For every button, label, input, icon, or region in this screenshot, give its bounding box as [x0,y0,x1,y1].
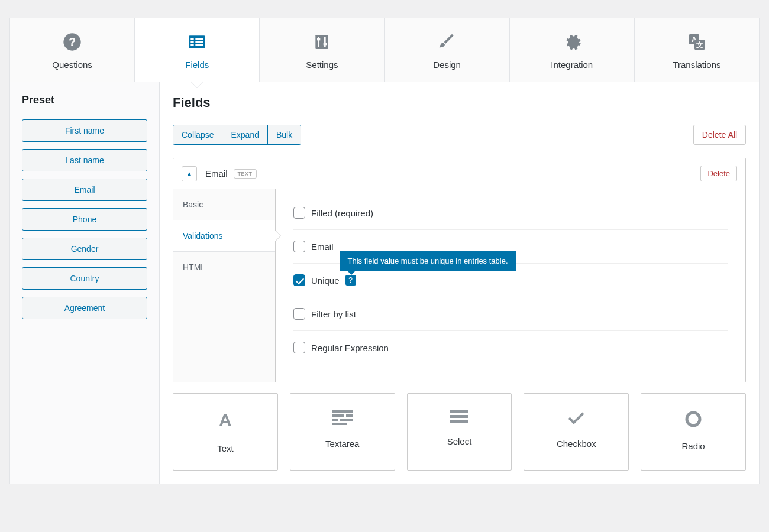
type-textarea[interactable]: Textarea [290,393,395,471]
side-tab-basic[interactable]: Basic [173,189,275,220]
checkbox-label: Unique [311,275,340,286]
brush-icon [438,33,457,51]
side-tab-validations[interactable]: Validations [173,220,275,252]
help-wrapper: ? This field value must be unique in ent… [345,275,356,286]
svg-rect-8 [196,44,203,46]
svg-text:文: 文 [696,41,703,49]
radio-type-icon [684,410,702,428]
svg-rect-20 [346,414,353,417]
validation-unique-row: Unique ? This field value must be unique… [293,264,728,297]
help-icon[interactable]: ? [345,275,356,286]
svg-point-27 [687,413,700,426]
sliders-icon [312,33,331,51]
svg-rect-23 [332,423,347,425]
svg-rect-5 [191,41,194,43]
svg-rect-22 [340,419,353,421]
svg-rect-9 [316,35,328,49]
tab-label: Design [433,60,461,70]
preset-title: Preset [22,94,147,106]
svg-rect-18 [332,410,353,413]
checkbox-label: Email [311,242,334,252]
panel-body: Preset First name Last name Email Phone … [10,82,759,484]
checkbox-unique[interactable] [293,274,305,286]
preset-last-name[interactable]: Last name [22,149,147,171]
gear-icon [563,33,581,51]
preset-first-name[interactable]: First name [22,119,147,142]
svg-rect-19 [332,414,344,417]
field-card-email: ▲ Email TEXT Delete Basic Validations HT… [173,158,746,382]
tab-questions[interactable]: ? Questions [10,18,135,82]
tab-label: Integration [551,60,593,70]
tab-label: Settings [306,60,338,70]
tooltip: This field value must be unique in entri… [340,251,516,271]
tab-settings[interactable]: Settings [260,18,384,82]
field-header: ▲ Email TEXT Delete [173,158,745,189]
tab-label: Fields [185,60,209,70]
collapse-button[interactable]: Collapse [173,125,222,144]
checkbox-label: Regular Expression [311,343,389,353]
validation-filter-row: Filter by list [293,297,728,331]
checkbox-filter[interactable] [293,308,305,320]
preset-agreement[interactable]: Agreement [22,297,147,319]
tab-design[interactable]: Design [385,18,510,82]
type-text[interactable]: A Text [173,393,278,471]
page-title: Fields [173,95,746,111]
type-radio[interactable]: Radio [641,393,746,471]
field-name: Email [205,168,228,179]
tab-translations[interactable]: A文 Translations [635,18,759,82]
tab-integration[interactable]: Integration [510,18,635,82]
validation-filled-row: Filled (required) [293,196,728,230]
tab-label: Translations [673,60,720,70]
text-type-icon: A [173,410,277,430]
main-panel: ? Questions Fields Settings Design Integ… [9,18,760,484]
toolbar: Collapse Expand Bulk Delete All [173,125,746,145]
view-button-group: Collapse Expand Bulk [173,125,301,145]
tab-label: Questions [52,60,92,70]
grid-icon [188,33,206,51]
field-type-badge: TEXT [234,169,257,179]
svg-rect-13 [324,43,327,45]
tab-fields[interactable]: Fields [135,18,260,82]
type-label: Checkbox [557,439,596,449]
svg-rect-25 [450,415,468,418]
preset-gender[interactable]: Gender [22,238,147,260]
svg-rect-26 [450,420,468,423]
delete-field-button[interactable]: Delete [700,166,737,181]
select-type-icon [450,410,468,423]
svg-text:?: ? [69,35,76,48]
side-tab-html[interactable]: HTML [173,252,275,283]
side-tabs: Basic Validations HTML [173,189,276,382]
type-label: Textarea [325,439,360,449]
validations-panel: Filled (required) Email Unique ? This fi… [276,189,745,382]
preset-email[interactable]: Email [22,179,147,201]
svg-rect-24 [450,410,468,413]
type-label: Radio [681,441,705,451]
validation-regex-row: Regular Expression [293,331,728,364]
svg-rect-21 [332,419,338,421]
type-checkbox[interactable]: Checkbox [524,393,629,471]
textarea-type-icon [332,410,353,426]
type-label: Select [447,436,472,446]
svg-rect-12 [324,37,326,47]
svg-rect-7 [191,44,194,46]
checkbox-regex[interactable] [293,342,305,353]
main-area: Fields Collapse Expand Bulk Delete All ▲… [160,82,759,484]
type-select[interactable]: Select [407,393,512,471]
svg-rect-6 [196,41,203,43]
expand-button[interactable]: Expand [222,125,267,144]
checkbox-filled[interactable] [293,207,305,219]
collapse-toggle[interactable]: ▲ [182,166,197,181]
checkbox-label: Filter by list [311,309,356,319]
preset-country[interactable]: Country [22,267,147,290]
checkbox-type-icon [567,410,585,426]
checkbox-label: Filled (required) [311,208,373,218]
type-label: Text [217,443,234,453]
bulk-button[interactable]: Bulk [268,125,301,144]
delete-all-button[interactable]: Delete All [693,125,746,145]
top-tabs: ? Questions Fields Settings Design Integ… [10,18,759,82]
preset-phone[interactable]: Phone [22,208,147,231]
question-icon: ? [63,33,82,51]
translate-icon: A文 [687,33,706,51]
checkbox-email[interactable] [293,241,305,252]
svg-rect-3 [191,38,194,40]
